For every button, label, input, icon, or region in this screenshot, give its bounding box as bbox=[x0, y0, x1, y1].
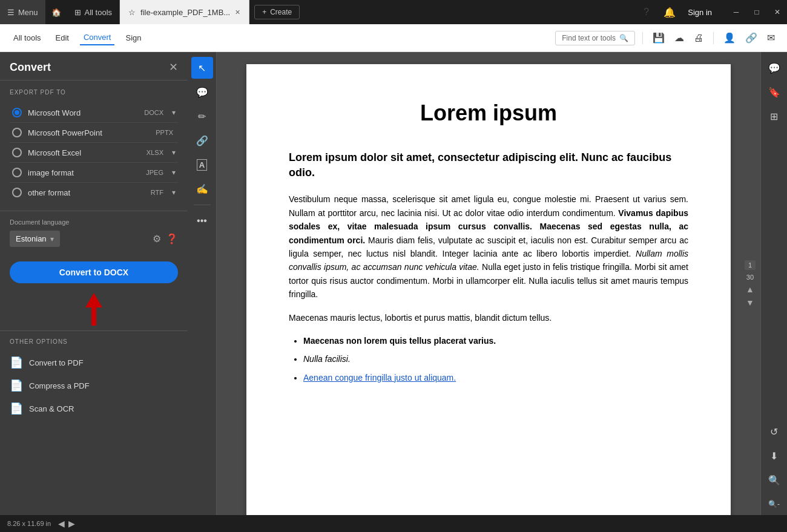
grid-icon: ⊞ bbox=[74, 8, 81, 17]
create-button[interactable]: + Create bbox=[254, 5, 300, 19]
comment-tool-button[interactable]: 💬 bbox=[191, 81, 213, 103]
select-tool-button[interactable]: ↖ bbox=[191, 57, 213, 79]
document-area: Lorem ipsum Lorem ipsum dolor sit amet, … bbox=[217, 52, 760, 515]
convert-to-pdf-label: Convert to PDF bbox=[29, 358, 84, 367]
compress-icon: 📄 bbox=[10, 379, 23, 392]
page-overlay: 1 30 ▲ ▼ bbox=[745, 260, 756, 307]
panel-title: Convert bbox=[10, 61, 51, 74]
document-tab[interactable]: ☆ file-example_PDF_1MB... ✕ bbox=[120, 0, 249, 24]
convert-panel: Convert ✕ EXPORT PDF TO Microsoft Word D… bbox=[0, 52, 188, 515]
format-option-word[interactable]: Microsoft Word DOCX ▾ bbox=[10, 103, 178, 123]
refresh-button[interactable]: ↺ bbox=[763, 421, 785, 442]
zoom-in-button[interactable]: 🔍 bbox=[763, 469, 785, 491]
nav-convert[interactable]: Convert bbox=[80, 30, 115, 45]
tab-close-button[interactable]: ✕ bbox=[235, 8, 240, 16]
scroll-up-button[interactable]: ▲ bbox=[746, 284, 754, 294]
other-options-label: OTHER OPTIONS bbox=[10, 338, 178, 345]
tab-title: file-example_PDF_1MB... bbox=[140, 8, 230, 17]
radio-xlsx[interactable] bbox=[12, 148, 22, 157]
more-tools-button[interactable]: ••• bbox=[191, 210, 213, 232]
document-scroll[interactable]: Lorem ipsum Lorem ipsum dolor sit amet, … bbox=[217, 52, 760, 515]
bookmark-button[interactable]: 🔖 bbox=[763, 81, 785, 103]
chat-sidebar-button[interactable]: 💬 bbox=[763, 57, 785, 79]
close-button[interactable]: ✕ bbox=[768, 0, 787, 24]
compress-pdf-option[interactable]: 📄 Compress a PDF bbox=[10, 374, 178, 397]
link-tool-button[interactable]: 🔗 bbox=[191, 130, 213, 151]
current-page: 1 bbox=[745, 260, 756, 270]
gear-icon[interactable]: ⚙ bbox=[153, 233, 161, 245]
upload-icon[interactable]: ☁ bbox=[672, 30, 687, 46]
menu-button[interactable]: ☰ Menu bbox=[0, 0, 45, 24]
text-select-tool-button[interactable]: A bbox=[191, 154, 213, 176]
format-word-chevron[interactable]: ▾ bbox=[172, 108, 176, 117]
help-icon[interactable]: ? bbox=[641, 4, 651, 20]
convert-to-docx-button[interactable]: Convert to DOCX bbox=[10, 261, 178, 283]
format-xlsx-ext: XLSX bbox=[147, 149, 163, 156]
mail-icon[interactable]: ✉ bbox=[765, 30, 777, 46]
language-value: Estonian bbox=[16, 234, 47, 243]
chat-icon: 💬 bbox=[768, 62, 780, 74]
home-button[interactable]: 🏠 bbox=[45, 0, 67, 24]
radio-pptx[interactable] bbox=[12, 128, 22, 137]
nav-edit[interactable]: Edit bbox=[52, 31, 73, 45]
zoom-out-icon: 🔍- bbox=[768, 500, 780, 508]
toolbar-nav: All tools Edit Convert Sign bbox=[10, 30, 145, 45]
download-button[interactable]: ⬇ bbox=[763, 445, 785, 467]
radio-other[interactable] bbox=[12, 188, 22, 197]
format-xlsx-chevron[interactable]: ▾ bbox=[172, 148, 176, 157]
tool-sidebar: ↖ 💬 ✏ 🔗 A ✍ ••• bbox=[188, 52, 217, 515]
format-option-other[interactable]: other format RTF ▾ bbox=[10, 183, 178, 202]
bookmark-icon: 🔖 bbox=[768, 87, 780, 98]
format-image-chevron[interactable]: ▾ bbox=[172, 168, 176, 177]
draw-tool-button[interactable]: ✍ bbox=[191, 178, 213, 200]
tab-area: ☆ file-example_PDF_1MB... ✕ + Create bbox=[120, 0, 641, 24]
nav-all-tools[interactable]: All tools bbox=[10, 31, 45, 45]
maximize-button[interactable]: □ bbox=[747, 0, 766, 24]
share-icon[interactable]: 👤 bbox=[721, 30, 738, 46]
refresh-icon: ↺ bbox=[770, 426, 778, 438]
scan-icon: 📄 bbox=[10, 402, 23, 415]
menu-label: Menu bbox=[18, 8, 38, 17]
radio-image[interactable] bbox=[12, 168, 22, 177]
document-page: Lorem ipsum Lorem ipsum dolor sit amet, … bbox=[246, 64, 731, 515]
nav-sign[interactable]: Sign bbox=[122, 31, 145, 45]
main-content: Convert ✕ EXPORT PDF TO Microsoft Word D… bbox=[0, 52, 787, 515]
format-option-xlsx[interactable]: Microsoft Excel XLSX ▾ bbox=[10, 143, 178, 163]
find-bar[interactable]: Find text or tools 🔍 bbox=[555, 31, 635, 45]
format-option-image[interactable]: image format JPEG ▾ bbox=[10, 163, 178, 183]
toolbar-right: Find text or tools 🔍 💾 ☁ 🖨 👤 🔗 ✉ bbox=[555, 30, 777, 46]
radio-word[interactable] bbox=[12, 108, 22, 117]
convert-to-pdf-option[interactable]: 📄 Convert to PDF bbox=[10, 351, 178, 374]
pen-tool-button[interactable]: ✏ bbox=[191, 105, 213, 127]
grid-view-button[interactable]: ⊞ bbox=[763, 105, 785, 127]
sign-in-button[interactable]: Sign in bbox=[688, 8, 712, 17]
zoom-out-button[interactable]: 🔍- bbox=[763, 493, 785, 515]
pen-icon: ✏ bbox=[198, 111, 206, 122]
all-tools-button[interactable]: ⊞ All tools bbox=[67, 0, 120, 24]
format-other-chevron[interactable]: ▾ bbox=[172, 188, 176, 197]
panel-close-button[interactable]: ✕ bbox=[169, 61, 178, 74]
help-circle-icon[interactable]: ❓ bbox=[166, 233, 178, 245]
language-select[interactable]: Estonian ▾ bbox=[10, 231, 60, 247]
link-icon[interactable]: 🔗 bbox=[743, 30, 760, 46]
document-list: Maecenas non lorem quis tellus placerat … bbox=[303, 334, 688, 384]
draw-icon: ✍ bbox=[196, 183, 208, 195]
scan-ocr-label: Scan & OCR bbox=[29, 404, 74, 413]
notification-icon[interactable]: 🔔 bbox=[661, 4, 678, 21]
tool-divider bbox=[194, 205, 211, 205]
minimize-button[interactable]: ─ bbox=[726, 0, 746, 24]
scan-ocr-option[interactable]: 📄 Scan & OCR bbox=[10, 397, 178, 420]
arrow-up-icon bbox=[85, 293, 102, 307]
print-icon[interactable]: 🖨 bbox=[691, 30, 706, 46]
list-item-3: Aenean congue fringilla justo ut aliquam… bbox=[303, 371, 688, 384]
arrow-shaft bbox=[91, 307, 96, 326]
save-icon[interactable]: 💾 bbox=[650, 30, 667, 46]
titlebar-right: ? 🔔 Sign in bbox=[641, 4, 722, 21]
next-page-button[interactable]: ▶ bbox=[68, 519, 75, 528]
scroll-down-button[interactable]: ▼ bbox=[746, 298, 754, 307]
other-options-section: OTHER OPTIONS 📄 Convert to PDF 📄 Compres… bbox=[0, 330, 188, 427]
format-option-pptx[interactable]: Microsoft PowerPoint PPTX bbox=[10, 123, 178, 143]
list-link[interactable]: Aenean congue fringilla justo ut aliquam… bbox=[303, 373, 456, 383]
prev-page-button[interactable]: ◀ bbox=[58, 519, 65, 528]
format-xlsx-name: Microsoft Excel bbox=[28, 148, 140, 157]
